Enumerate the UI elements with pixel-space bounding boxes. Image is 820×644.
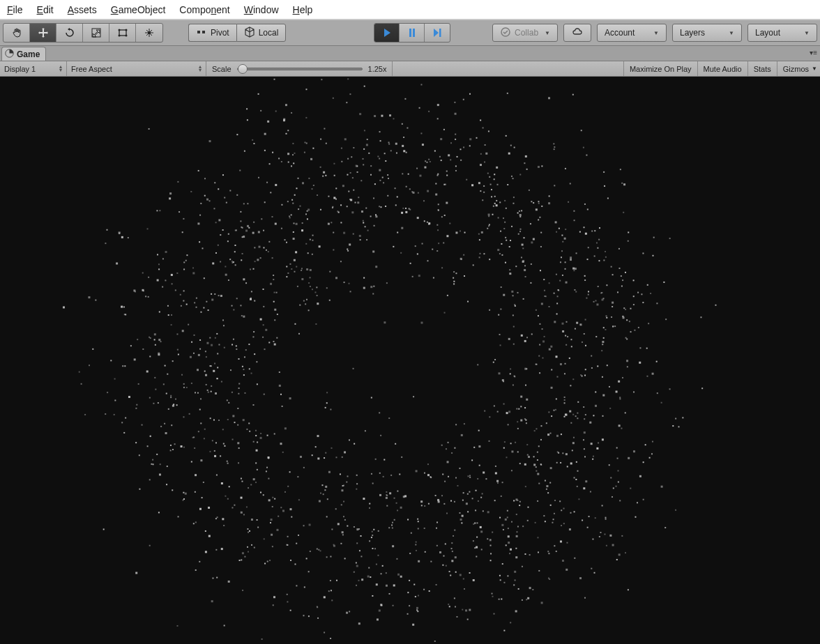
- svg-rect-9: [409, 29, 411, 37]
- menu-component[interactable]: Component: [172, 0, 236, 19]
- svg-rect-1: [119, 30, 126, 36]
- playback-controls: [374, 23, 450, 43]
- chevron-down-icon: ▼: [804, 30, 810, 36]
- menu-window[interactable]: Window: [237, 0, 286, 19]
- check-circle-icon: [500, 26, 511, 40]
- tabstrip: Game ▾≡: [0, 46, 820, 61]
- particle-ring-render: [0, 77, 820, 644]
- svg-rect-7: [197, 31, 200, 33]
- game-view: [0, 77, 820, 644]
- cube-icon: [244, 26, 255, 40]
- menu-edit[interactable]: Edit: [30, 0, 61, 19]
- account-label: Account: [605, 28, 635, 38]
- cloud-button[interactable]: [563, 24, 591, 42]
- maximize-label: Maximize On Play: [630, 65, 692, 73]
- gizmos-label: Gizmos: [783, 65, 809, 73]
- svg-point-3: [125, 29, 127, 31]
- aspect-dropdown[interactable]: Free Aspect ▴▾: [67, 61, 206, 76]
- account-dropdown[interactable]: Account ▼: [597, 24, 667, 42]
- scale-slider[interactable]: [237, 68, 363, 70]
- tab-game[interactable]: Game: [1, 47, 46, 61]
- pivot-toggle[interactable]: Pivot: [188, 24, 236, 42]
- updown-icon: ▴▾: [59, 66, 62, 72]
- stats-label: Stats: [754, 65, 771, 73]
- scale-slider-thumb[interactable]: [238, 64, 248, 74]
- display-dropdown[interactable]: Display 1 ▴▾: [0, 61, 67, 76]
- layers-dropdown[interactable]: Layers ▼: [672, 24, 742, 42]
- local-label: Local: [259, 28, 279, 38]
- cloud-icon: [572, 26, 583, 40]
- chevron-down-icon: ▼: [653, 30, 659, 36]
- menu-assets[interactable]: Assets: [61, 0, 104, 19]
- chevron-down-icon: ▼: [545, 30, 550, 36]
- display-label: Display 1: [4, 65, 36, 73]
- rotate-tool[interactable]: [56, 24, 83, 42]
- pivot-local-group: Pivot Local: [188, 24, 286, 42]
- main-toolbar: Pivot Local Collab ▼: [0, 20, 820, 46]
- game-icon: [5, 49, 14, 60]
- gizmos-dropdown[interactable]: Gizmos ▼: [777, 61, 820, 76]
- transform-tool-group: [3, 23, 163, 43]
- aspect-label: Free Aspect: [71, 65, 112, 73]
- menu-file[interactable]: File: [0, 0, 30, 19]
- pivot-label: Pivot: [211, 28, 229, 38]
- collab-dropdown[interactable]: Collab ▼: [492, 24, 558, 42]
- mute-label: Mute Audio: [704, 65, 742, 73]
- menu-gameobject[interactable]: GameObject: [104, 0, 173, 19]
- tab-label: Game: [17, 49, 40, 59]
- menu-help[interactable]: Help: [286, 0, 320, 19]
- chevron-down-icon: ▼: [729, 30, 734, 36]
- step-button[interactable]: [425, 24, 450, 42]
- updown-icon: ▴▾: [199, 66, 202, 72]
- pivot-icon: [196, 26, 207, 40]
- local-toggle[interactable]: Local: [236, 24, 287, 42]
- svg-rect-10: [413, 29, 415, 37]
- scale-control: Scale 1.25x: [206, 61, 393, 76]
- hand-tool[interactable]: [3, 24, 30, 42]
- svg-point-4: [118, 35, 120, 37]
- scale-value: 1.25x: [368, 65, 387, 73]
- layout-label: Layout: [755, 28, 780, 38]
- transform-tool[interactable]: [136, 24, 162, 42]
- maximize-on-play-toggle[interactable]: Maximize On Play: [623, 61, 697, 76]
- svg-rect-8: [202, 31, 205, 33]
- play-button[interactable]: [374, 24, 400, 42]
- tab-options-menu[interactable]: ▾≡: [810, 49, 817, 56]
- scale-label: Scale: [212, 65, 231, 73]
- svg-point-6: [148, 31, 151, 34]
- chevron-down-icon: ▼: [812, 66, 817, 72]
- svg-point-5: [125, 35, 127, 37]
- rect-tool[interactable]: [109, 24, 136, 42]
- stats-toggle[interactable]: Stats: [747, 61, 777, 76]
- layers-label: Layers: [680, 28, 705, 38]
- svg-rect-11: [439, 29, 441, 37]
- scale-tool[interactable]: [83, 24, 109, 42]
- pause-button[interactable]: [400, 24, 425, 42]
- collab-label: Collab: [515, 28, 538, 38]
- game-controls-bar: Display 1 ▴▾ Free Aspect ▴▾ Scale 1.25x …: [0, 61, 820, 77]
- menubar: FileEditAssetsGameObjectComponentWindowH…: [0, 0, 820, 20]
- mute-audio-toggle[interactable]: Mute Audio: [697, 61, 747, 76]
- move-tool[interactable]: [30, 24, 56, 42]
- svg-point-2: [118, 29, 120, 31]
- layout-dropdown[interactable]: Layout ▼: [747, 24, 817, 42]
